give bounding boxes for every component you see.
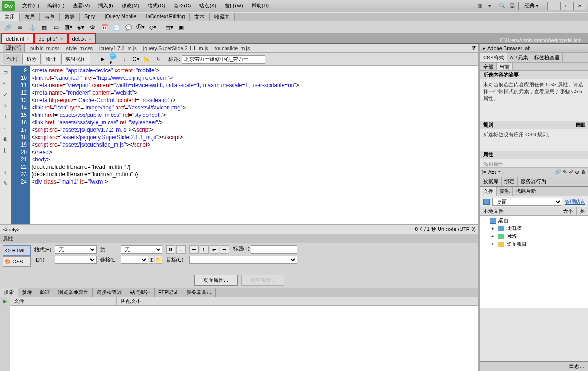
- files-tree[interactable]: −桌面+此电脑+网络+桌面项目: [480, 216, 588, 308]
- view-代码[interactable]: 代码: [3, 54, 21, 64]
- select-parent-icon[interactable]: ✧: [1, 101, 10, 109]
- related-file[interactable]: jquery1.7.2_m.js: [99, 45, 137, 51]
- insert-tab-常用[interactable]: 常用: [0, 13, 20, 21]
- css-tab-AP 元素[interactable]: AP 元素: [507, 53, 532, 62]
- css-show-list-icon[interactable]: Aᴢ↓: [488, 169, 497, 175]
- css-new-rule-icon[interactable]: ✎: [563, 169, 567, 175]
- menu-帮助(H)[interactable]: 帮助(H): [248, 1, 272, 11]
- results-tab-站点报告[interactable]: 站点报告: [126, 288, 155, 297]
- page-properties-btn[interactable]: 页面属性…: [194, 275, 238, 286]
- files-tab-资源[interactable]: 资源: [497, 187, 513, 196]
- div-icon[interactable]: ▭: [51, 23, 61, 32]
- bold-btn[interactable]: B: [166, 245, 175, 254]
- templates-icon[interactable]: ▤▾: [164, 23, 174, 32]
- results-tab-搜索[interactable]: 搜索: [0, 288, 18, 297]
- media-icon[interactable]: ◈▾: [75, 23, 85, 32]
- insert-tab-表单[interactable]: 表单: [40, 13, 60, 21]
- search-results-list[interactable]: [10, 306, 478, 371]
- outdent-btn[interactable]: ⇤: [210, 245, 219, 254]
- file-mgmt-icon[interactable]: ☷▾: [131, 55, 141, 64]
- title-input[interactable]: [182, 55, 265, 64]
- css-attach-icon[interactable]: 🔗: [555, 169, 561, 175]
- format-icon[interactable]: ⟐: [1, 168, 10, 176]
- title-attr-input[interactable]: [251, 245, 297, 254]
- results-tab-链接检查器[interactable]: 链接检查器: [93, 288, 126, 297]
- results-tab-FTP记录[interactable]: FTP记录: [155, 288, 182, 297]
- results-tab-参考[interactable]: 参考: [18, 288, 36, 297]
- tree-item[interactable]: +此电脑: [481, 224, 587, 232]
- css-tab-标签检查器[interactable]: 标签检查器: [531, 53, 563, 62]
- site-select[interactable]: 桌面: [492, 198, 562, 206]
- script-icon[interactable]: ◇▾: [148, 23, 158, 32]
- csslive-icon[interactable]: 品: [508, 2, 517, 10]
- related-file[interactable]: jquery.SuperSlide.2.1.1_m.js: [143, 45, 208, 51]
- tag-selector[interactable]: <body>: [3, 227, 20, 232]
- menu-文件(F)[interactable]: 文件(F): [19, 1, 43, 11]
- menu-编辑(E)[interactable]: 编辑(E): [44, 1, 68, 11]
- file-tab-del.php*[interactable]: del.php*×: [34, 34, 67, 43]
- menu-格式(O)[interactable]: 格式(O): [144, 1, 169, 11]
- menu-站点(S)[interactable]: 站点(S): [195, 1, 220, 11]
- code-content[interactable]: <meta name="applicable-device" content="…: [30, 66, 478, 224]
- format-select[interactable]: 无: [55, 245, 97, 254]
- widget-icon[interactable]: ⚙: [87, 23, 97, 32]
- date-icon[interactable]: 📅: [99, 23, 110, 32]
- results-tab-浏览器兼容性[interactable]: 浏览器兼容性: [54, 288, 93, 297]
- code-editor[interactable]: ▭ ⇤ ⤢ ✧ ↕ # ◐ {} → ⟐ ✎ 91011121314151617…: [0, 66, 478, 224]
- results-tab-服务器调试[interactable]: 服务器调试: [182, 288, 216, 297]
- link-select[interactable]: [121, 256, 148, 264]
- view-拆分[interactable]: 拆分: [22, 54, 41, 64]
- col-file-header[interactable]: 文件: [10, 297, 117, 305]
- css-subtab-全部[interactable]: 全部: [480, 63, 497, 70]
- italic-btn[interactable]: I: [176, 245, 186, 254]
- indent-icon[interactable]: →: [1, 157, 10, 165]
- css-disable-icon[interactable]: ⊘: [575, 169, 579, 175]
- email-icon[interactable]: ✉: [15, 23, 25, 32]
- link-browse-icon[interactable]: 📁: [155, 256, 162, 264]
- insert-tab-文本[interactable]: 文本: [190, 13, 210, 21]
- db-tab-服务器行为[interactable]: 服务器行为: [518, 177, 549, 186]
- workspace-switcher[interactable]: 经典 ▾: [521, 1, 543, 10]
- ssi-icon[interactable]: 📄: [111, 23, 122, 32]
- search-play-icon[interactable]: ▶: [3, 298, 7, 304]
- refresh-icon[interactable]: ↻: [154, 55, 163, 64]
- view-实时视图[interactable]: 实时视图: [61, 54, 90, 64]
- manage-sites-link[interactable]: 管理站点: [565, 198, 585, 205]
- link-point-icon[interactable]: ⊕: [149, 256, 154, 264]
- head-icon[interactable]: ⓗ▾: [136, 23, 146, 32]
- related-file[interactable]: touchslide_m.js: [215, 45, 250, 51]
- ol-btn[interactable]: ⒈: [200, 245, 209, 254]
- line-num-icon[interactable]: #: [1, 123, 10, 132]
- close-tab-icon[interactable]: ×: [89, 36, 91, 41]
- collapse-icon[interactable]: ⇤: [1, 79, 10, 87]
- syntax-icon[interactable]: {}: [1, 146, 10, 154]
- files-tab-文件[interactable]: 文件: [480, 187, 497, 196]
- image-icon[interactable]: 🖼▾: [63, 23, 73, 32]
- menu-修改(M)[interactable]: 修改(M): [118, 1, 143, 11]
- col-match-header[interactable]: 匹配文本: [117, 297, 478, 305]
- inspect-icon[interactable]: ⤴: [120, 55, 129, 64]
- class-select[interactable]: 无: [121, 245, 162, 254]
- balance-icon[interactable]: ↕: [1, 112, 10, 121]
- log-button[interactable]: 日志…: [569, 363, 584, 370]
- expand-icon[interactable]: ⤢: [1, 90, 10, 98]
- anchor-icon[interactable]: ⚓: [27, 23, 37, 32]
- close-tab-icon[interactable]: ×: [60, 36, 63, 41]
- table-icon[interactable]: ▦: [39, 23, 49, 32]
- ul-btn[interactable]: ☰: [189, 245, 199, 254]
- files-col-size[interactable]: 大小: [560, 207, 577, 215]
- apply-comment-icon[interactable]: ✎: [1, 179, 10, 187]
- menu-插入(I)[interactable]: 插入(I): [94, 1, 116, 11]
- window-close[interactable]: ✕: [573, 2, 586, 10]
- css-show-set-icon[interactable]: *+: [498, 170, 504, 175]
- view-设计[interactable]: 设计: [42, 54, 60, 64]
- live-code-icon[interactable]: ▶: [98, 55, 107, 64]
- insert-tab-收藏夹[interactable]: 收藏夹: [210, 13, 235, 21]
- filter-icon[interactable]: ⧩: [472, 45, 476, 51]
- files-col-local[interactable]: 本地文件: [480, 207, 560, 215]
- file-tab-del.txt[interactable]: del.txt×: [68, 34, 96, 43]
- menu-查看(V)[interactable]: 查看(V): [69, 1, 94, 11]
- tag-chooser-icon[interactable]: ▣: [176, 23, 186, 32]
- css-add-prop[interactable]: 添加属性: [480, 159, 588, 167]
- insert-tab-InContext Editing[interactable]: InContext Editing: [141, 13, 190, 21]
